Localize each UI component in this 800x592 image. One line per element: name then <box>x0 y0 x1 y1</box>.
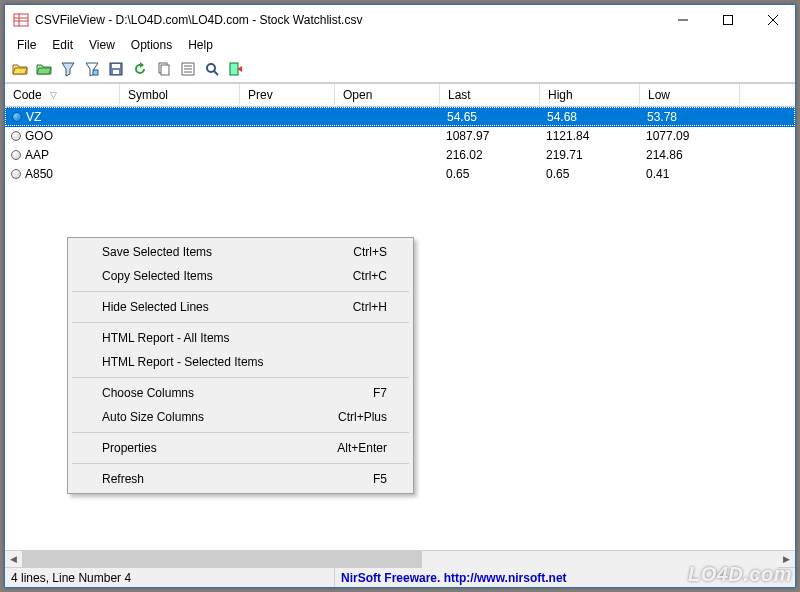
maximize-button[interactable] <box>705 5 750 34</box>
cell-high: 0.65 <box>540 167 640 181</box>
data-area[interactable]: VZ 54.65 54.68 53.78 GOO 1087.97 1121.84… <box>5 107 795 550</box>
copy-icon <box>156 61 172 77</box>
filter-button[interactable] <box>57 58 79 80</box>
find-icon <box>204 61 220 77</box>
scroll-right-button[interactable]: ▶ <box>778 551 795 568</box>
context-menu: Save Selected Items Ctrl+S Copy Selected… <box>67 237 414 494</box>
ctx-label: Copy Selected Items <box>102 269 353 283</box>
col-header-low[interactable]: Low <box>640 84 740 106</box>
funnel2-icon <box>84 61 100 77</box>
cell-high: 1121.84 <box>540 129 640 143</box>
scroll-thumb[interactable] <box>22 551 422 568</box>
ctx-shortcut: Ctrl+S <box>353 245 387 259</box>
ctx-properties[interactable]: Properties Alt+Enter <box>70 436 411 460</box>
chevron-left-icon: ◀ <box>10 554 17 564</box>
status-link[interactable]: NirSoft Freeware. http://www.nirsoft.net <box>335 571 573 585</box>
floppy-icon <box>108 61 124 77</box>
code-text: VZ <box>26 110 41 124</box>
svg-rect-0 <box>14 14 28 26</box>
chevron-right-icon: ▶ <box>783 554 790 564</box>
funnel-icon <box>60 61 76 77</box>
ctx-autosize-columns[interactable]: Auto Size Columns Ctrl+Plus <box>70 405 411 429</box>
ctx-html-selected[interactable]: HTML Report - Selected Items <box>70 350 411 374</box>
filter2-button[interactable] <box>81 58 103 80</box>
ctx-label: Refresh <box>102 472 373 486</box>
col-header-last[interactable]: Last <box>440 84 540 106</box>
ctx-separator <box>72 432 409 433</box>
open-file-button[interactable] <box>9 58 31 80</box>
scroll-track[interactable] <box>22 551 778 568</box>
col-header-code[interactable]: Code▽ <box>5 84 120 106</box>
svg-rect-13 <box>161 65 169 75</box>
minimize-icon <box>678 15 688 25</box>
code-text: AAP <box>25 148 49 162</box>
title-bar: CSVFileView - D:\LO4D.com\LO4D.com - Sto… <box>5 5 795 35</box>
save-button[interactable] <box>105 58 127 80</box>
scroll-left-button[interactable]: ◀ <box>5 551 22 568</box>
properties-icon <box>180 61 196 77</box>
ctx-refresh[interactable]: Refresh F5 <box>70 467 411 491</box>
code-text: GOO <box>25 129 53 143</box>
ctx-label: Choose Columns <box>102 386 373 400</box>
col-header-high[interactable]: High <box>540 84 640 106</box>
table-row[interactable]: VZ 54.65 54.68 53.78 <box>5 107 795 126</box>
cell-code: AAP <box>5 148 120 162</box>
cell-last: 216.02 <box>440 148 540 162</box>
status-bar: 4 lines, Line Number 4 NirSoft Freeware.… <box>5 567 795 587</box>
cell-low: 214.86 <box>640 148 740 162</box>
ctx-separator <box>72 291 409 292</box>
ctx-separator <box>72 377 409 378</box>
menu-help[interactable]: Help <box>180 36 221 54</box>
menu-file[interactable]: File <box>9 36 44 54</box>
status-left: 4 lines, Line Number 4 <box>5 568 335 587</box>
svg-line-19 <box>214 71 218 75</box>
ctx-label: Save Selected Items <box>102 245 353 259</box>
close-icon <box>768 15 778 25</box>
minimize-button[interactable] <box>660 5 705 34</box>
code-text: A850 <box>25 167 53 181</box>
cell-high: 219.71 <box>540 148 640 162</box>
ctx-label: HTML Report - All Items <box>102 331 387 345</box>
svg-rect-11 <box>113 70 119 74</box>
refresh-button[interactable] <box>129 58 151 80</box>
folder-open-icon <box>12 61 28 77</box>
ctx-choose-columns[interactable]: Choose Columns F7 <box>70 381 411 405</box>
ctx-copy-selected[interactable]: Copy Selected Items Ctrl+C <box>70 264 411 288</box>
maximize-icon <box>723 15 733 25</box>
properties-button[interactable] <box>177 58 199 80</box>
horizontal-scrollbar[interactable]: ◀ ▶ <box>5 550 795 567</box>
ctx-label: Auto Size Columns <box>102 410 338 424</box>
menu-options[interactable]: Options <box>123 36 180 54</box>
cell-low: 0.41 <box>640 167 740 181</box>
exit-icon <box>228 61 244 77</box>
close-button[interactable] <box>750 5 795 34</box>
menu-view[interactable]: View <box>81 36 123 54</box>
copy-button[interactable] <box>153 58 175 80</box>
table-row[interactable]: AAP 216.02 219.71 214.86 <box>5 145 795 164</box>
ctx-label: Hide Selected Lines <box>102 300 353 314</box>
col-header-symbol[interactable]: Symbol <box>120 84 240 106</box>
menu-edit[interactable]: Edit <box>44 36 81 54</box>
toolbar <box>5 55 795 83</box>
ctx-hide-selected[interactable]: Hide Selected Lines Ctrl+H <box>70 295 411 319</box>
table-row[interactable]: GOO 1087.97 1121.84 1077.09 <box>5 126 795 145</box>
col-header-open[interactable]: Open <box>335 84 440 106</box>
open-green-button[interactable] <box>33 58 55 80</box>
cell-high: 54.68 <box>541 110 641 124</box>
ctx-save-selected[interactable]: Save Selected Items Ctrl+S <box>70 240 411 264</box>
find-button[interactable] <box>201 58 223 80</box>
ctx-html-all[interactable]: HTML Report - All Items <box>70 326 411 350</box>
col-header-prev[interactable]: Prev <box>240 84 335 106</box>
exit-button[interactable] <box>225 58 247 80</box>
row-bullet-icon <box>11 169 21 179</box>
cell-last: 1087.97 <box>440 129 540 143</box>
cell-last: 54.65 <box>441 110 541 124</box>
ctx-shortcut: F7 <box>373 386 387 400</box>
column-headers: Code▽ Symbol Prev Open Last High Low <box>5 83 795 107</box>
ctx-shortcut: Ctrl+H <box>353 300 387 314</box>
table-row[interactable]: A850 0.65 0.65 0.41 <box>5 164 795 183</box>
cell-last: 0.65 <box>440 167 540 181</box>
svg-point-18 <box>207 64 215 72</box>
window-title: CSVFileView - D:\LO4D.com\LO4D.com - Sto… <box>35 13 660 27</box>
cell-code: GOO <box>5 129 120 143</box>
